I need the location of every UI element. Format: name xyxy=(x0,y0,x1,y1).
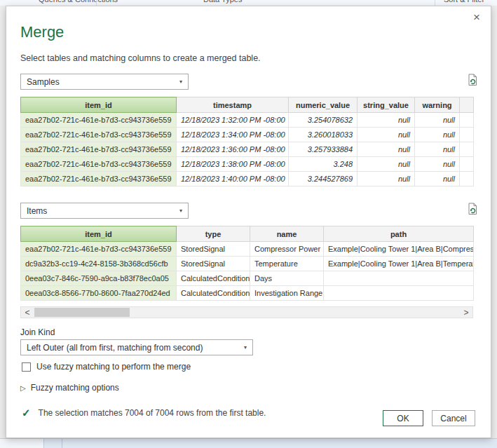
check-icon: ✓ xyxy=(22,407,31,419)
cell-string-value[interactable]: null xyxy=(358,172,415,186)
cell-path[interactable] xyxy=(324,286,474,301)
column-header-name[interactable]: name xyxy=(250,226,324,242)
join-kind-select[interactable]: Left Outer (all from first, matching fro… xyxy=(20,339,253,355)
ok-button[interactable]: OK xyxy=(383,410,423,426)
cell-timestamp[interactable]: 12/18/2023 1:40:00 PM -08:00 xyxy=(177,172,289,186)
join-kind-select-value: Left Outer (all from first, matching fro… xyxy=(27,343,203,353)
cell-numeric-value[interactable]: 3.257933884 xyxy=(289,142,358,157)
cell-filler xyxy=(460,142,474,157)
cell-path[interactable]: Example|Cooling Tower 1|Area B|Compress xyxy=(324,242,474,257)
fuzzy-matching-checkbox-label: Use fuzzy matching to perform the merge xyxy=(36,362,191,372)
cell-name[interactable]: Days xyxy=(250,271,324,286)
first-table-select[interactable]: Samples ▾ xyxy=(20,74,189,90)
second-table-select[interactable]: Items ▾ xyxy=(20,203,189,219)
fuzzy-matching-checkbox[interactable] xyxy=(22,362,31,372)
fuzzy-options-expander[interactable]: ▷ Fuzzy matching options xyxy=(20,383,119,393)
cell-type[interactable]: StoredSignal xyxy=(177,242,250,257)
second-table-select-value: Items xyxy=(27,206,47,216)
table-row: eaa27b02-721c-461e-b7d3-cc943736e559 12/… xyxy=(21,128,474,142)
sheet-gridline xyxy=(62,439,62,448)
ribbon-separator xyxy=(96,0,97,6)
expander-triangle-icon: ▷ xyxy=(20,384,26,392)
ribbon-group-queries-connections: Queries & Connections xyxy=(39,0,118,4)
merge-dialog: × Merge Select tables and matching colum… xyxy=(6,6,491,438)
refresh-preview-icon[interactable] xyxy=(465,202,479,216)
refresh-preview-icon[interactable] xyxy=(465,73,479,87)
column-header-filler xyxy=(460,97,474,113)
first-table-select-value: Samples xyxy=(27,77,60,87)
cell-item-id[interactable]: 0eea03c8-8566-77b0-8600-7faa270d24ed xyxy=(21,286,177,301)
table-row: eaa27b02-721c-461e-b7d3-cc943736e559 12/… xyxy=(21,142,474,157)
cell-string-value[interactable]: null xyxy=(358,113,415,128)
cell-item-id[interactable]: eaa27b02-721c-461e-b7d3-cc943736e559 xyxy=(21,113,177,128)
cell-numeric-value[interactable]: 3.248 xyxy=(289,157,358,172)
horizontal-scrollbar[interactable]: < > xyxy=(20,306,473,318)
cell-item-id[interactable]: eaa27b02-721c-461e-b7d3-cc943736e559 xyxy=(21,142,177,157)
cell-name[interactable]: Investigation Range xyxy=(250,286,324,301)
cell-item-id[interactable]: dc9a32b3-cc19-4c24-8158-3b368cd56cfb xyxy=(21,257,177,271)
cell-timestamp[interactable]: 12/18/2023 1:34:00 PM -08:00 xyxy=(177,128,289,142)
scroll-left-icon[interactable]: < xyxy=(21,307,34,318)
column-header-path[interactable]: path xyxy=(324,226,474,242)
cell-warning[interactable]: null xyxy=(415,157,460,172)
first-table-preview: item_id timestamp numeric_value string_v… xyxy=(20,97,474,186)
cell-warning[interactable]: null xyxy=(415,172,460,186)
fuzzy-options-label: Fuzzy matching options xyxy=(31,383,119,393)
dialog-title: Merge xyxy=(20,23,64,41)
cell-type[interactable]: CalculatedCondition xyxy=(177,286,250,301)
cell-name[interactable]: Temperature xyxy=(250,257,324,271)
cell-warning[interactable]: null xyxy=(415,113,460,128)
dialog-subtitle: Select tables and matching columns to cr… xyxy=(20,53,261,63)
cell-filler xyxy=(460,172,474,186)
header-row: item_id timestamp numeric_value string_v… xyxy=(21,97,474,113)
excel-window: Queries & Connections Data Types Sort & … xyxy=(0,0,497,448)
cell-name[interactable]: Compressor Power xyxy=(250,242,324,257)
column-header-item-id[interactable]: item_id xyxy=(21,97,177,113)
cancel-button[interactable]: Cancel xyxy=(432,410,475,426)
excel-ribbon-strip: Queries & Connections Data Types Sort & … xyxy=(0,0,497,6)
chevron-down-icon: ▾ xyxy=(174,208,182,214)
cell-path[interactable]: Example|Cooling Tower 1|Area B|Temperat xyxy=(324,257,474,271)
cell-timestamp[interactable]: 12/18/2023 1:36:00 PM -08:00 xyxy=(177,142,289,157)
cell-warning[interactable]: null xyxy=(415,142,460,157)
cell-type[interactable]: CalculatedCondition xyxy=(177,271,250,286)
table-row: eaa27b02-721c-461e-b7d3-cc943736e559 12/… xyxy=(21,113,474,128)
cell-warning[interactable]: null xyxy=(415,128,460,142)
sheet-corner xyxy=(0,439,44,448)
fuzzy-matching-checkbox-row[interactable]: Use fuzzy matching to perform the merge xyxy=(22,362,191,372)
column-header-type[interactable]: type xyxy=(177,226,250,242)
scrollbar-thumb[interactable] xyxy=(34,308,130,317)
column-header-numeric-value[interactable]: numeric_value xyxy=(289,97,358,113)
cell-item-id[interactable]: eaa27b02-721c-461e-b7d3-cc943736e559 xyxy=(21,172,177,186)
cell-string-value[interactable]: null xyxy=(358,157,415,172)
column-header-string-value[interactable]: string_value xyxy=(358,97,415,113)
cell-path[interactable] xyxy=(324,271,474,286)
cell-filler xyxy=(460,128,474,142)
cell-type[interactable]: StoredSignal xyxy=(177,257,250,271)
scrollbar-track[interactable] xyxy=(34,307,460,318)
cell-numeric-value[interactable]: 3.260018033 xyxy=(289,128,358,142)
cell-string-value[interactable]: null xyxy=(358,142,415,157)
cell-timestamp[interactable]: 12/18/2023 1:32:00 PM -08:00 xyxy=(177,113,289,128)
column-header-timestamp[interactable]: timestamp xyxy=(177,97,289,113)
column-header-warning[interactable]: warning xyxy=(415,97,460,113)
cell-filler xyxy=(460,113,474,128)
cell-item-id[interactable]: eaa27b02-721c-461e-b7d3-cc943736e559 xyxy=(21,128,177,142)
cell-numeric-value[interactable]: 3.254078632 xyxy=(289,113,358,128)
table-row: eaa27b02-721c-461e-b7d3-cc943736e559 12/… xyxy=(21,172,474,186)
cell-numeric-value[interactable]: 3.244527869 xyxy=(289,172,358,186)
cell-string-value[interactable]: null xyxy=(358,128,415,142)
cell-item-id[interactable]: eaa27b02-721c-461e-b7d3-cc943736e559 xyxy=(21,242,177,257)
scroll-right-icon[interactable]: > xyxy=(460,307,472,318)
table-row: eaa27b02-721c-461e-b7d3-cc943736e559 12/… xyxy=(21,157,474,172)
table-row: 0eea03c7-846c-7590-a9ca-b83f78ec0a05 Cal… xyxy=(21,271,474,286)
cell-timestamp[interactable]: 12/18/2023 1:38:00 PM -08:00 xyxy=(177,157,289,172)
ribbon-group-sort-filter: Sort & Filter xyxy=(444,0,484,4)
close-icon[interactable]: × xyxy=(469,10,484,25)
column-header-item-id[interactable]: item_id xyxy=(21,226,177,242)
cell-item-id[interactable]: eaa27b02-721c-461e-b7d3-cc943736e559 xyxy=(21,157,177,172)
cell-filler xyxy=(460,157,474,172)
join-kind-label: Join Kind xyxy=(20,327,55,337)
ribbon-group-data-types: Data Types xyxy=(203,0,242,4)
cell-item-id[interactable]: 0eea03c7-846c-7590-a9ca-b83f78ec0a05 xyxy=(21,271,177,286)
